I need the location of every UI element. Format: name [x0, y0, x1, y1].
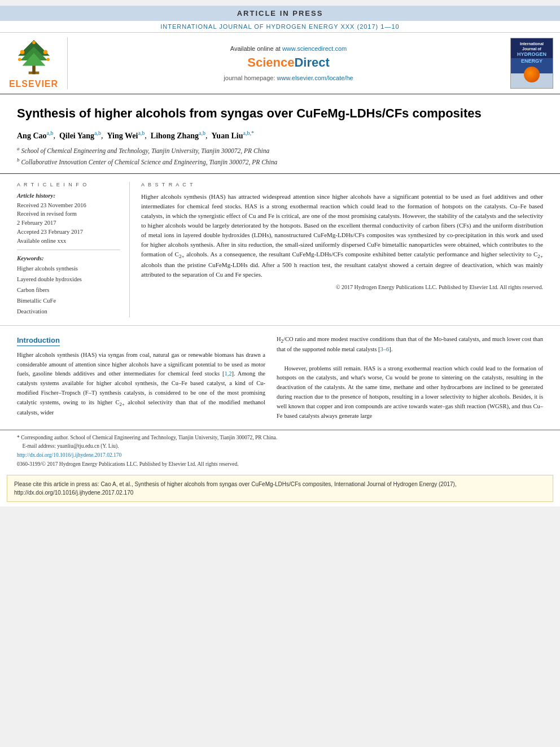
elsevier-text: ELSEVIER: [9, 79, 58, 89]
sciencedirect-logo: ScienceDirect: [247, 55, 330, 70]
author-ang-cao: Ang Cao: [17, 131, 47, 139]
article-in-press-banner: ARTICLE IN PRESS: [0, 6, 560, 21]
journal-line-text: INTERNATIONAL JOURNAL OF HYDROGEN ENERGY…: [160, 23, 399, 30]
article-info-heading: A R T I C L E I N F O: [17, 182, 120, 187]
journal-homepage: journal homepage: www.elsevier.com/locat…: [224, 75, 353, 81]
author-ying-wei: Ying Wei: [107, 131, 138, 139]
received-date: Received 23 November 2016: [17, 201, 120, 210]
email-note: E-mail address: yuanliu@tju.edu.cn (Y. L…: [23, 443, 119, 449]
doi-footnote: http://dx.doi.org/10.1016/j.ijhydene.201…: [17, 451, 543, 459]
issn-footnote: 0360-3199/© 2017 Hydrogen Energy Publica…: [17, 460, 543, 468]
cite-banner-text: Please cite this article in press as: Ca…: [14, 481, 457, 496]
header-section: ELSEVIER Available online at www.science…: [0, 32, 560, 94]
author-qilei-yang: Qilei Yang: [59, 131, 94, 139]
available-url-link[interactable]: www.sciencedirect.com: [282, 45, 347, 52]
article-history-label: Article history:: [17, 192, 120, 199]
svg-point-9: [32, 41, 36, 45]
revised-date: 2 February 2017: [17, 219, 120, 228]
journal-cover: InternationalJournal ofHYDROGENENERGY: [509, 37, 554, 89]
keywords-label: Keywords:: [17, 255, 120, 261]
copyright-text: © 2017 Hydrogen Energy Publications LLC.…: [141, 284, 543, 290]
journal-line: INTERNATIONAL JOURNAL OF HYDROGEN ENERGY…: [0, 21, 560, 32]
page: ARTICLE IN PRESS INTERNATIONAL JOURNAL O…: [0, 6, 560, 506]
introduction-left-column: Introduction Higher alcohols synthesis (…: [17, 335, 265, 421]
introduction-left-text: Higher alcohols synthesis (HAS) via syng…: [17, 351, 265, 418]
available-online-text: Available online at www.sciencedirect.co…: [230, 45, 347, 52]
paper-title: Synthesis of higher alcohols from syngas…: [17, 106, 543, 122]
info-divider: [17, 250, 120, 250]
footnotes-section: * Corresponding author. School of Chemic…: [0, 430, 560, 470]
abstract-heading: A B S T R A C T: [141, 182, 543, 187]
doi-link[interactable]: http://dx.doi.org/10.1016/j.ijhydene.201…: [17, 452, 121, 458]
elsevier-tree-icon: [11, 37, 56, 77]
author-lihong-zhang: Lihong Zhang: [151, 131, 199, 139]
author-yuan-liu: Yuan Liu: [212, 131, 243, 139]
cite-banner: Please cite this article in press as: Ca…: [7, 475, 553, 502]
svg-point-6: [43, 50, 47, 54]
cover-circle-decoration: [524, 67, 540, 82]
authors-line: Ang Caoa,b, Qilei Yanga,b, Ying Weia,b, …: [17, 130, 543, 141]
abstract-text: Higher alcohols synthesis (HAS) has attr…: [141, 192, 543, 280]
svg-point-7: [18, 58, 21, 61]
corresponding-author-note: * Corresponding author. School of Chemic…: [17, 434, 543, 450]
article-info-abstract-section: A R T I C L E I N F O Article history: R…: [0, 174, 560, 326]
keyword-5: Deactivation: [17, 307, 120, 317]
keyword-1: Higher alcohols synthesis: [17, 264, 120, 274]
introduction-right-text: H2/CO ratio and more modest reactive con…: [277, 335, 543, 421]
title-section: Synthesis of higher alcohols from syngas…: [0, 94, 560, 174]
introduction-right-column: H2/CO ratio and more modest reactive con…: [277, 335, 543, 421]
available-online-info: Available online xxx: [17, 237, 120, 246]
header-middle: Available online at www.sciencedirect.co…: [68, 37, 509, 89]
body-section: Introduction Higher alcohols synthesis (…: [0, 326, 560, 430]
keyword-2: Layered double hydroxides: [17, 274, 120, 285]
svg-point-5: [20, 50, 24, 54]
elsevier-logo: ELSEVIER: [6, 37, 68, 89]
keyword-3: Carbon fibers: [17, 285, 120, 296]
abstract-column: A B S T R A C T Higher alcohols synthesi…: [141, 182, 543, 317]
journal-url-link[interactable]: www.elsevier.com/locate/he: [277, 75, 353, 81]
keyword-4: Bimetallic CuFe: [17, 296, 120, 307]
accepted-date: Accepted 23 February 2017: [17, 228, 120, 237]
revised-label: Received in revised form: [17, 209, 120, 219]
introduction-title: Introduction: [17, 336, 60, 346]
affiliations: a School of Chemical Engineering and Tec…: [17, 145, 543, 167]
svg-point-8: [46, 58, 50, 61]
article-info-column: A R T I C L E I N F O Article history: R…: [17, 182, 130, 317]
journal-cover-image: InternationalJournal ofHYDROGENENERGY: [510, 38, 553, 89]
article-in-press-text: ARTICLE IN PRESS: [237, 9, 323, 18]
